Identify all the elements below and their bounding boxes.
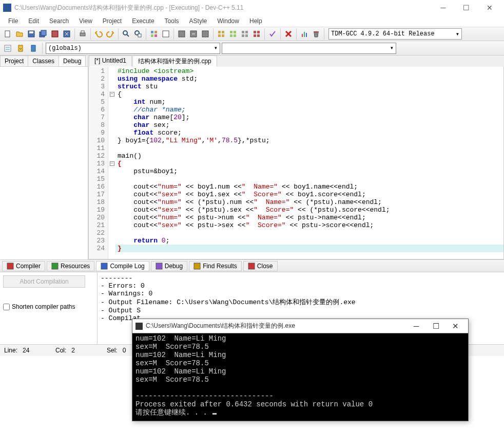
bottom-tab-compiler[interactable]: Compiler (2, 261, 45, 271)
shorten-paths-label: Shorten compiler paths (12, 303, 75, 310)
check-icon[interactable] (267, 28, 278, 40)
menu-edit[interactable]: Edit (23, 16, 44, 26)
console-maximize-button[interactable]: ☐ (426, 320, 445, 332)
svg-rect-2 (29, 31, 33, 33)
svg-rect-30 (242, 34, 244, 37)
menubar: FileEditSearchViewProjectExecuteToolsASt… (0, 15, 504, 27)
left-panel-tabs: ProjectClassesDebug (0, 55, 88, 67)
shorten-paths-checkbox[interactable]: Shorten compiler paths (3, 303, 94, 310)
grid4-icon[interactable] (251, 28, 262, 40)
svg-rect-46 (156, 263, 162, 269)
console-window[interactable]: C:\Users\Wang\Documents\结构体和指针变量的例.exe ─… (132, 319, 469, 421)
find-icon[interactable] (121, 28, 132, 40)
file-tab-1[interactable]: 结构体和指针变量的例.cpp (132, 55, 217, 67)
code-lines[interactable]: #include <iostream>using namespace std;s… (115, 67, 503, 259)
close-button[interactable]: ✕ (478, 1, 501, 15)
bottom-tabs: CompilerResourcesCompile LogDebugFind Re… (0, 260, 504, 272)
bottom-tab-resources[interactable]: Resources (47, 261, 94, 271)
bottom-tab-close[interactable]: Close (243, 261, 278, 271)
console-minimize-button[interactable]: ─ (406, 320, 426, 332)
scope-selector[interactable]: (globals) ▾ (46, 43, 220, 54)
status-line: 24 (23, 347, 29, 354)
svg-rect-0 (5, 31, 10, 37)
svg-rect-34 (254, 34, 256, 37)
file-tab-0[interactable]: [*] Untitled1 (89, 55, 132, 67)
print-icon[interactable] (77, 28, 88, 40)
svg-rect-48 (248, 263, 255, 269)
minimize-button[interactable]: ─ (432, 1, 455, 15)
left-tab-classes[interactable]: Classes (28, 55, 59, 66)
debug-icon[interactable] (200, 28, 211, 40)
compile-run-icon[interactable] (176, 28, 187, 40)
code-editor[interactable]: 123456789101112131415161718192021222324 … (88, 67, 504, 259)
replace-icon[interactable] (132, 28, 144, 40)
svg-rect-38 (306, 33, 307, 37)
svg-rect-5 (52, 31, 58, 37)
svg-rect-26 (230, 34, 232, 37)
bottom-tab-compile-log[interactable]: Compile Log (96, 261, 149, 271)
svg-rect-31 (245, 34, 248, 37)
rebuild-icon[interactable] (188, 28, 199, 40)
svg-rect-29 (245, 31, 248, 33)
goto-icon[interactable] (2, 43, 13, 54)
compiler-selector-text: TDM-GCC 4.9.2 64-bit Release (331, 30, 435, 38)
console-titlebar[interactable]: C:\Users\Wang\Documents\结构体和指针变量的例.exe ─… (132, 319, 468, 333)
save-all-icon[interactable] (37, 28, 49, 40)
svg-rect-20 (218, 31, 221, 33)
svg-rect-39 (314, 31, 319, 32)
menu-project[interactable]: Project (98, 16, 127, 26)
maximize-button[interactable]: ☐ (455, 1, 478, 15)
menu-astyle[interactable]: AStyle (184, 16, 212, 26)
run-icon[interactable] (160, 28, 171, 40)
svg-rect-4 (41, 30, 46, 35)
bookmark-add-icon[interactable] (15, 43, 26, 54)
grid3-icon[interactable] (239, 28, 250, 40)
find-results-icon (193, 263, 201, 270)
svg-rect-44 (52, 263, 58, 269)
left-tab-debug[interactable]: Debug (59, 55, 86, 66)
close-file-icon[interactable] (61, 28, 72, 40)
stop-icon[interactable] (283, 28, 294, 40)
member-selector[interactable]: ▾ (222, 43, 396, 54)
bottom-tab-debug[interactable]: Debug (151, 261, 187, 271)
svg-rect-37 (304, 32, 305, 37)
status-col: 2 (71, 347, 75, 354)
svg-rect-45 (101, 263, 107, 269)
profile-icon[interactable] (299, 28, 310, 40)
svg-rect-15 (154, 34, 157, 37)
new-file-icon[interactable] (2, 28, 13, 40)
left-tab-project[interactable]: Project (0, 55, 28, 66)
svg-rect-22 (218, 34, 221, 37)
grid2-icon[interactable] (227, 28, 239, 40)
bottom-tab-find-results[interactable]: Find Results (189, 261, 242, 271)
undo-icon[interactable] (93, 28, 104, 40)
menu-file[interactable]: File (3, 16, 23, 26)
svg-rect-17 (179, 31, 185, 37)
shorten-paths-input[interactable] (3, 304, 10, 310)
console-icon (135, 323, 143, 330)
menu-help[interactable]: Help (244, 16, 267, 26)
open-file-icon[interactable] (14, 28, 25, 40)
compile-log-icon (101, 263, 108, 270)
svg-rect-23 (222, 34, 224, 37)
menu-window[interactable]: Window (212, 16, 244, 26)
console-output: num=102 Name=Li Ming sex=M Score=78.5 nu… (132, 333, 468, 418)
svg-rect-41 (18, 45, 23, 51)
compile-icon[interactable] (148, 28, 160, 40)
compiler-selector[interactable]: TDM-GCC 4.9.2 64-bit Release ▾ (328, 28, 462, 40)
console-close-button[interactable]: ✕ (445, 320, 465, 332)
save-as-icon[interactable] (49, 28, 61, 40)
svg-rect-25 (234, 31, 236, 33)
svg-rect-12 (151, 31, 153, 33)
grid1-icon[interactable] (216, 28, 227, 40)
bookmark-icon[interactable] (28, 43, 39, 54)
menu-search[interactable]: Search (44, 16, 74, 26)
menu-tools[interactable]: Tools (160, 16, 184, 26)
trash-icon[interactable] (311, 28, 322, 40)
menu-execute[interactable]: Execute (127, 16, 159, 26)
chevron-down-icon: ▾ (456, 30, 459, 38)
save-icon[interactable] (26, 28, 37, 40)
redo-icon[interactable] (105, 28, 116, 40)
menu-view[interactable]: View (74, 16, 98, 26)
console-title: C:\Users\Wang\Documents\结构体和指针变量的例.exe (146, 322, 406, 330)
